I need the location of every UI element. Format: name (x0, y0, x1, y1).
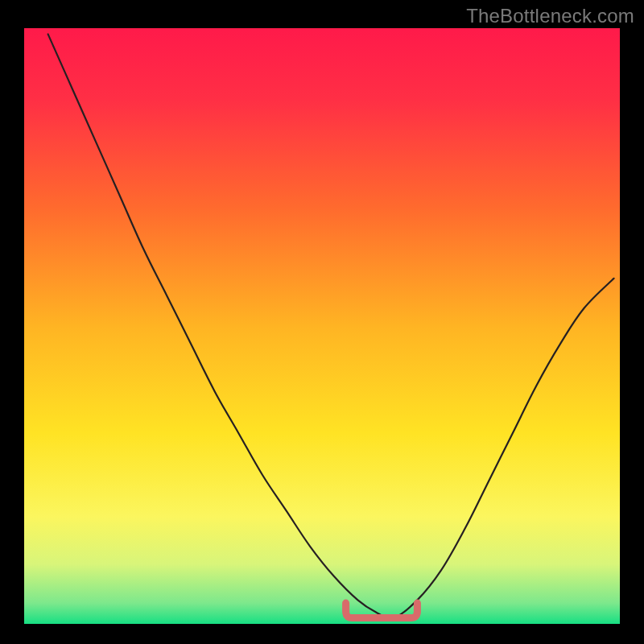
chart-frame: TheBottleneck.com (0, 0, 644, 644)
watermark-label: TheBottleneck.com (466, 5, 634, 27)
bottleneck-chart (0, 0, 644, 644)
plot-background (24, 28, 620, 624)
